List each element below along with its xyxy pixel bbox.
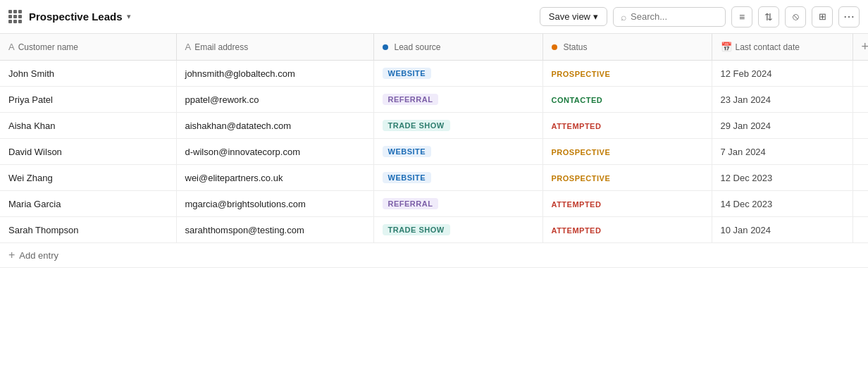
table-row[interactable]: David Wilson d-wilson@innovatecorp.com W… — [0, 139, 868, 165]
col-customer-name-label: Customer name — [18, 42, 78, 52]
col-email-address: A Email address — [176, 34, 373, 61]
cell-lead-source: TRADE SHOW — [373, 217, 542, 243]
col-last-contact-label: Last contact date — [736, 42, 800, 52]
cell-customer-name: Priya Patel — [0, 87, 176, 113]
table-row[interactable]: Priya Patel ppatel@rework.co REFERRAL CO… — [0, 87, 868, 113]
cell-last-contact: 14 Dec 2023 — [712, 191, 852, 217]
table-row[interactable]: Sarah Thompson sarahthomspon@testing.com… — [0, 217, 868, 243]
cell-status: ATTEMPTED — [542, 217, 712, 243]
hide-fields-button[interactable]: ⦸ — [785, 6, 806, 27]
cell-lead-source: TRADE SHOW — [373, 113, 542, 139]
col-last-contact: 📅 Last contact date — [712, 34, 852, 61]
add-entry-cell: + Add entry — [0, 243, 868, 268]
table-row[interactable]: John Smith johnsmith@globaltech.com WEBS… — [0, 61, 868, 87]
cell-status: PROSPECTIVE — [542, 61, 712, 87]
cell-add — [852, 139, 868, 165]
cell-customer-name: Wei Zhang — [0, 165, 176, 191]
topbar-left: Prospective Leads ▾ — [8, 10, 131, 23]
cell-add — [852, 87, 868, 113]
view-icon: ⊞ — [819, 11, 826, 22]
cell-lead-source: REFERRAL — [373, 87, 542, 113]
cell-customer-name: David Wilson — [0, 139, 176, 165]
cell-last-contact: 29 Jan 2024 — [712, 113, 852, 139]
grid-icon — [8, 10, 22, 23]
cell-add — [852, 61, 868, 87]
save-view-label: Save view — [549, 11, 590, 22]
cell-lead-source: REFERRAL — [373, 191, 542, 217]
cell-email: aishakhan@datatech.com — [176, 113, 373, 139]
cell-status: ATTEMPTED — [542, 191, 712, 217]
cell-last-contact: 23 Jan 2024 — [712, 87, 852, 113]
hide-icon: ⦸ — [793, 11, 799, 23]
cell-customer-name: Maria Garcia — [0, 191, 176, 217]
text-icon-customer: A — [8, 42, 15, 52]
add-entry-button[interactable]: + Add entry — [8, 249, 58, 261]
col-lead-source: Lead source — [373, 34, 542, 61]
cell-status: PROSPECTIVE — [542, 165, 712, 191]
table-wrap: A Customer name A Email address Lead sou… — [0, 34, 868, 268]
col-lead-label: Lead source — [395, 42, 441, 52]
sort-button[interactable]: ⇅ — [758, 6, 779, 27]
cell-add — [852, 217, 868, 243]
text-icon-email: A — [185, 42, 192, 52]
table-row[interactable]: Maria Garcia mgarcia@brightsolutions.com… — [0, 191, 868, 217]
cell-email: wei@elitepartners.co.uk — [176, 165, 373, 191]
cell-status: CONTACTED — [542, 87, 712, 113]
title-chevron-icon[interactable]: ▾ — [127, 12, 131, 21]
cell-add — [852, 165, 868, 191]
search-icon: ⌕ — [621, 11, 626, 23]
filter-icon: ≡ — [739, 11, 745, 23]
cell-email: ppatel@rework.co — [176, 87, 373, 113]
topbar-right: Save view ▾ ⌕ ≡ ⇅ ⦸ ⊞ ⋯ — [540, 6, 860, 27]
cell-add — [852, 113, 868, 139]
cell-status: ATTEMPTED — [542, 113, 712, 139]
save-view-button[interactable]: Save view ▾ — [540, 7, 607, 26]
cell-last-contact: 12 Feb 2024 — [712, 61, 852, 87]
table-row[interactable]: Aisha Khan aishakhan@datatech.com TRADE … — [0, 113, 868, 139]
view-toggle-button[interactable]: ⊞ — [812, 6, 833, 27]
cell-status: PROSPECTIVE — [542, 139, 712, 165]
add-entry-label: Add entry — [19, 250, 58, 261]
cell-email: mgarcia@brightsolutions.com — [176, 191, 373, 217]
cell-lead-source: WEBSITE — [373, 139, 542, 165]
dot-icon-status — [552, 44, 557, 50]
table-body: John Smith johnsmith@globaltech.com WEBS… — [0, 61, 868, 268]
cell-lead-source: WEBSITE — [373, 165, 542, 191]
plus-icon: + — [8, 249, 15, 261]
col-status: Status — [542, 34, 712, 61]
col-customer-name: A Customer name — [0, 34, 176, 61]
cell-add — [852, 191, 868, 217]
cell-customer-name: Sarah Thompson — [0, 217, 176, 243]
cell-lead-source: WEBSITE — [373, 61, 542, 87]
add-entry-row: + Add entry — [0, 243, 868, 268]
cell-last-contact: 7 Jan 2024 — [712, 139, 852, 165]
cell-email: sarahthomspon@testing.com — [176, 217, 373, 243]
table-header: A Customer name A Email address Lead sou… — [0, 34, 868, 61]
filter-button[interactable]: ≡ — [731, 6, 752, 27]
leads-table: A Customer name A Email address Lead sou… — [0, 34, 868, 268]
cell-email: d-wilson@innovatecorp.com — [176, 139, 373, 165]
col-email-label: Email address — [194, 42, 248, 52]
cell-customer-name: John Smith — [0, 61, 176, 87]
more-icon: ⋯ — [843, 10, 855, 23]
cell-email: johnsmith@globaltech.com — [176, 61, 373, 87]
more-options-button[interactable]: ⋯ — [838, 6, 860, 27]
add-column-button[interactable]: + — [862, 39, 869, 54]
search-input[interactable] — [631, 11, 718, 22]
save-view-chevron-icon: ▾ — [593, 11, 598, 22]
sort-icon: ⇅ — [764, 11, 773, 23]
table-row[interactable]: Wei Zhang wei@elitepartners.co.uk WEBSIT… — [0, 165, 868, 191]
search-box[interactable]: ⌕ — [613, 7, 726, 27]
cell-customer-name: Aisha Khan — [0, 113, 176, 139]
calendar-icon: 📅 — [721, 42, 732, 52]
page-title: Prospective Leads — [29, 11, 123, 23]
dot-icon-lead — [383, 44, 388, 50]
col-add[interactable]: + — [852, 34, 868, 61]
cell-last-contact: 10 Jan 2024 — [712, 217, 852, 243]
col-status-label: Status — [564, 42, 588, 52]
cell-last-contact: 12 Dec 2023 — [712, 165, 852, 191]
topbar: Prospective Leads ▾ Save view ▾ ⌕ ≡ ⇅ ⦸ … — [0, 0, 868, 34]
